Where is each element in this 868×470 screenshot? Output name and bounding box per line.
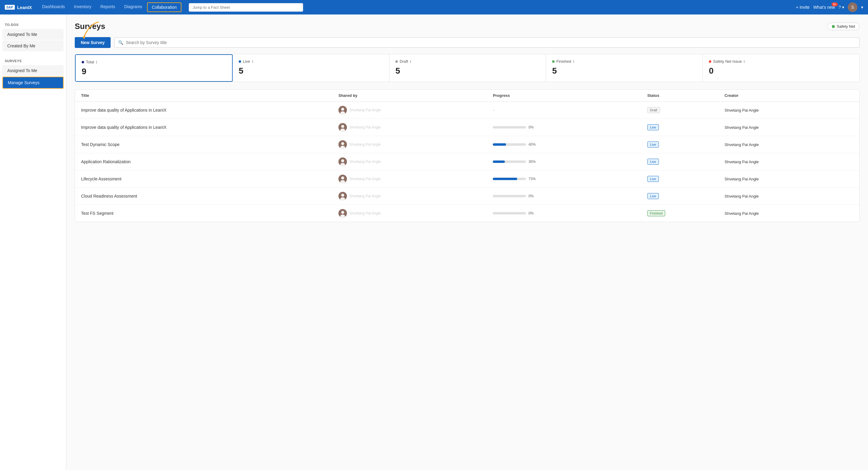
stat-card-live[interactable]: Live ℹ 5 <box>233 54 390 82</box>
svg-point-8 <box>341 142 344 145</box>
total-dot-icon <box>82 61 84 63</box>
stat-card-finished[interactable]: Finished ℹ 5 <box>546 54 703 82</box>
live-label: Live <box>243 59 250 64</box>
finished-info-icon[interactable]: ℹ <box>573 59 575 64</box>
total-label: Total <box>86 60 94 64</box>
stat-cards: Total ℹ 9 Live ℹ 5 Draft ℹ 5 <box>75 54 860 82</box>
avatar-letter: S <box>851 5 854 10</box>
safety-net-dot2-icon <box>709 60 711 63</box>
status-badge: Finished <box>647 210 665 216</box>
whats-new-button[interactable]: What's new 9+ <box>813 5 835 10</box>
col-creator: Creator <box>724 93 853 98</box>
safety-net-info-icon[interactable]: ℹ <box>744 59 745 64</box>
sidebar-item-manage-surveys[interactable]: Manage Surveys <box>2 77 64 89</box>
cell-progress: 0% <box>493 194 647 198</box>
cell-status: Live <box>647 142 724 148</box>
progress-bar-bg <box>493 212 526 214</box>
nav-right-section: + Invite What's new 9+ ? ▾ S ▾ <box>796 2 863 12</box>
help-button[interactable]: ? ▾ <box>838 5 844 10</box>
progress-percent: 40% <box>528 142 537 147</box>
safety-net-label: Safety Net <box>837 24 855 29</box>
cell-progress: 36% <box>493 159 647 164</box>
sidebar-item-todos-created[interactable]: Created By Me <box>2 40 64 51</box>
sidebar-item-todos-assigned[interactable]: Assigned To Me <box>2 29 64 40</box>
nav-inventory[interactable]: Inventory <box>70 2 96 12</box>
cell-status: Finished <box>647 210 724 216</box>
cell-shared-by: Shvetang Pai Angle <box>338 209 493 217</box>
nav-collaboration[interactable]: Collaboration <box>147 2 182 12</box>
svg-point-20 <box>341 211 344 214</box>
leanix-logo-text: LeanIX <box>17 5 32 10</box>
progress-bar-bg <box>493 195 526 197</box>
total-value: 9 <box>82 67 226 76</box>
cell-progress: - <box>493 108 647 113</box>
nav-dashboards[interactable]: Dashboards <box>38 2 69 12</box>
top-navigation: SAP LeanIX Dashboards Inventory Reports … <box>0 0 868 14</box>
main-content: Surveys Safety Net New Survey 🔍 <box>66 14 868 470</box>
progress-bar-bg <box>493 160 526 163</box>
logo[interactable]: SAP LeanIX <box>5 5 32 10</box>
table-body: Improve data quality of Applications in … <box>75 102 859 222</box>
progress-bar-fill <box>493 160 505 163</box>
global-search <box>189 3 303 12</box>
safety-net-issue-label: Safety Net Issue <box>713 59 742 64</box>
cell-creator: Shvetang Pai Angle <box>724 211 853 216</box>
col-shared-by: Shared by <box>338 93 493 98</box>
global-search-input[interactable] <box>189 3 303 12</box>
shared-name: Shvetang Pai Angle <box>349 142 381 147</box>
safety-net-value: 0 <box>709 66 853 76</box>
toolbar: New Survey 🔍 <box>75 37 860 48</box>
cell-creator: Shvetang Pai Angle <box>724 125 853 130</box>
live-dot-icon <box>239 60 241 63</box>
stat-card-safety-net[interactable]: Safety Net Issue ℹ 0 <box>703 54 859 82</box>
total-info-icon[interactable]: ℹ <box>96 60 97 64</box>
sidebar: TO-DOS Assigned To Me Created By Me SURV… <box>0 14 66 470</box>
live-info-icon[interactable]: ℹ <box>252 59 253 64</box>
surveys-table: Title Shared by Progress Status Creator … <box>75 89 860 222</box>
cell-title: Improve data quality of Applications in … <box>81 125 338 130</box>
new-survey-button[interactable]: New Survey <box>75 37 111 48</box>
cell-status: Live <box>647 176 724 182</box>
sidebar-item-surveys-assigned[interactable]: Assigned To Me <box>2 65 64 76</box>
progress-bar-bg <box>493 178 526 180</box>
progress-dash: - <box>493 108 494 113</box>
cell-title: Test FS Segment <box>81 211 338 216</box>
nav-diagrams[interactable]: Diagrams <box>120 2 147 12</box>
draft-info-icon[interactable]: ℹ <box>410 59 411 64</box>
safety-net-badge[interactable]: Safety Net <box>827 23 860 30</box>
cell-progress: 40% <box>493 142 647 147</box>
progress-bar-fill <box>493 143 506 146</box>
cell-status: Live <box>647 159 724 165</box>
table-row[interactable]: Improve data quality of Applications in … <box>75 119 859 136</box>
cell-shared-by: Shvetang Pai Angle <box>338 175 493 183</box>
cell-creator: Shvetang Pai Angle <box>724 108 853 113</box>
table-row[interactable]: Improve data quality of Applications in … <box>75 102 859 119</box>
table-header: Title Shared by Progress Status Creator <box>75 90 859 102</box>
table-row[interactable]: Cloud Readiness AssessmentShvetang Pai A… <box>75 188 859 205</box>
cell-shared-by: Shvetang Pai Angle <box>338 123 493 131</box>
finished-label: Finished <box>556 59 571 64</box>
stat-card-draft[interactable]: Draft ℹ 5 <box>390 54 546 82</box>
table-row[interactable]: Test FS SegmentShvetang Pai Angle0%Finis… <box>75 205 859 222</box>
shared-avatar <box>338 192 347 200</box>
finished-value: 5 <box>552 66 696 76</box>
shared-name: Shvetang Pai Angle <box>349 159 381 164</box>
todos-section-label: TO-DOS <box>0 21 66 28</box>
col-progress: Progress <box>493 93 647 98</box>
table-row[interactable]: Test Dynamic ScopeShvetang Pai Angle40%L… <box>75 136 859 153</box>
invite-button[interactable]: + Invite <box>796 5 810 10</box>
table-row[interactable]: Application RationalizationShvetang Pai … <box>75 153 859 171</box>
nav-reports[interactable]: Reports <box>96 2 119 12</box>
status-badge: Draft <box>647 107 660 113</box>
app-layout: TO-DOS Assigned To Me Created By Me SURV… <box>0 14 868 470</box>
shared-avatar <box>338 123 347 131</box>
survey-search-box: 🔍 <box>114 37 860 48</box>
survey-search-input[interactable] <box>126 40 856 45</box>
stat-card-total[interactable]: Total ℹ 9 <box>75 54 233 82</box>
cell-progress: 73% <box>493 177 647 181</box>
user-avatar[interactable]: S <box>848 2 858 12</box>
table-row[interactable]: Lifecycle AssessmentShvetang Pai Angle73… <box>75 171 859 188</box>
shared-name: Shvetang Pai Angle <box>349 194 381 198</box>
svg-point-11 <box>341 159 344 162</box>
sap-logo-text: SAP <box>5 5 15 10</box>
